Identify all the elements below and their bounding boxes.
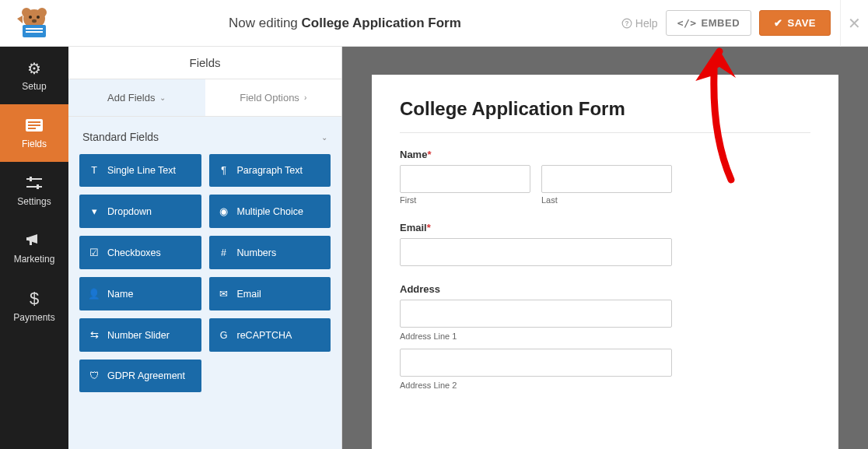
top-bar: Now editing College Application Form ? H… [0,0,868,47]
email-input[interactable] [400,238,672,266]
paragraph-icon: ¶ [219,165,229,176]
addr2-sublabel: Address Line 2 [400,381,672,390]
top-actions: ? Help </> EMBED ✔ SAVE [621,10,840,36]
field-label: Single Line Text [107,165,176,176]
field-email[interactable]: ✉Email [209,277,331,310]
field-number-slider[interactable]: ⇆Number Slider [79,318,201,352]
first-sublabel: First [400,195,530,205]
sidebar-item-payments[interactable]: $ Payments [0,277,68,335]
field-recaptcha[interactable]: GreCAPTCHA [209,318,331,352]
tab-add-fields[interactable]: Add Fields ⌄ [68,79,205,116]
address-line1-input[interactable] [400,300,672,328]
hash-icon: # [219,247,229,258]
sidebar-label-setup: Setup [22,81,46,92]
left-sidebar: ⚙ Setup Fields Settings Marketing $ Paym… [0,47,68,449]
field-numbers[interactable]: #Numbers [209,236,331,269]
field-name-wrap[interactable]: Name* First Last [400,149,810,205]
field-label: Multiple Choice [237,206,303,217]
close-button[interactable]: ✕ [840,0,868,47]
megaphone-icon [26,233,42,251]
field-email-wrap[interactable]: Email* [400,222,810,266]
section-standard-label: Standard Fields [82,131,159,143]
svg-point-5 [32,19,37,22]
sidebar-label-payments: Payments [13,312,54,323]
form-icon [26,118,43,135]
field-label: Paragraph Text [237,165,303,176]
slider-icon: ⇆ [89,329,100,341]
svg-rect-14 [28,128,36,129]
preview-wrap: College Application Form Name* First Las… [342,47,868,449]
close-icon: ✕ [848,14,861,33]
name-label: Name* [400,149,810,160]
radio-icon: ◉ [219,205,229,217]
field-label: Numbers [237,247,277,258]
dollar-icon: $ [30,289,39,309]
email-label-text: Email [400,222,427,233]
tab-field-options[interactable]: Field Options › [205,79,342,116]
form-preview: College Application Form Name* First Las… [372,75,838,449]
panel-header: Fields [68,47,341,79]
sidebar-item-settings[interactable]: Settings [0,162,68,219]
svg-point-4 [37,16,40,19]
svg-text:?: ? [625,19,628,26]
editing-prefix: Now editing [229,16,298,30]
sidebar-item-setup[interactable]: ⚙ Setup [0,47,68,104]
sidebar-item-marketing[interactable]: Marketing [0,219,68,277]
svg-rect-19 [26,237,29,240]
gear-icon: ⚙ [27,59,41,78]
address-label: Address [400,283,810,295]
field-checkboxes[interactable]: ☑Checkboxes [79,236,201,269]
first-name-input[interactable] [400,165,530,193]
field-name[interactable]: 👤Name [79,277,201,310]
sidebar-label-fields: Fields [22,139,47,149]
last-sublabel: Last [541,195,672,205]
fields-panel: Fields Add Fields ⌄ Field Options › Stan… [68,47,342,449]
main-area: ⚙ Setup Fields Settings Marketing $ Paym… [0,47,868,449]
chevron-right-icon: › [304,93,306,102]
svg-rect-8 [26,31,43,33]
field-label: reCAPTCHA [237,330,292,341]
user-icon: 👤 [89,288,100,300]
help-link[interactable]: ? Help [621,17,658,30]
tab-options-label: Field Options [240,92,299,103]
field-multiple-choice[interactable]: ◉Multiple Choice [209,195,331,228]
field-label: Name [107,289,133,300]
shield-icon: 🛡 [89,370,100,381]
checkbox-icon: ☑ [89,247,100,258]
text-icon: T [89,165,100,176]
code-icon: </> [677,17,697,29]
required-star: * [427,222,431,233]
help-icon: ? [621,18,632,29]
save-button[interactable]: ✔ SAVE [759,10,831,36]
editing-title: Now editing College Application Form [68,16,621,31]
sidebar-label-settings: Settings [17,196,51,207]
editing-form-name: College Application Form [302,16,461,30]
svg-rect-17 [30,177,32,181]
help-label: Help [635,17,658,30]
svg-rect-20 [30,240,32,245]
field-label: Number Slider [107,330,170,341]
check-icon: ✔ [774,17,783,29]
envelope-icon: ✉ [219,288,229,300]
save-label: SAVE [788,17,816,29]
field-gdpr-agreement[interactable]: 🛡GDPR Agreement [79,360,201,392]
chevron-down-icon: ⌄ [159,93,166,102]
embed-button[interactable]: </> EMBED [666,10,751,36]
name-label-text: Name [400,149,427,160]
field-dropdown[interactable]: ▾Dropdown [79,195,201,228]
sidebar-label-marketing: Marketing [14,254,55,265]
field-paragraph-text[interactable]: ¶Paragraph Text [209,154,331,187]
section-standard-fields[interactable]: Standard Fields ⌄ [68,117,341,154]
field-label: Dropdown [107,206,152,217]
sidebar-item-fields[interactable]: Fields [0,104,68,162]
field-single-line-text[interactable]: TSingle Line Text [79,154,201,187]
chevron-down-icon: ⌄ [321,133,327,142]
svg-rect-12 [28,121,40,123]
last-name-input[interactable] [541,165,672,193]
tab-add-label: Add Fields [107,92,155,103]
address-line2-input[interactable] [400,349,672,377]
svg-rect-16 [26,186,42,188]
addr1-sublabel: Address Line 1 [400,331,672,341]
field-label: Email [237,289,261,300]
field-address-wrap[interactable]: Address Address Line 1 Address Line 2 [400,283,810,390]
